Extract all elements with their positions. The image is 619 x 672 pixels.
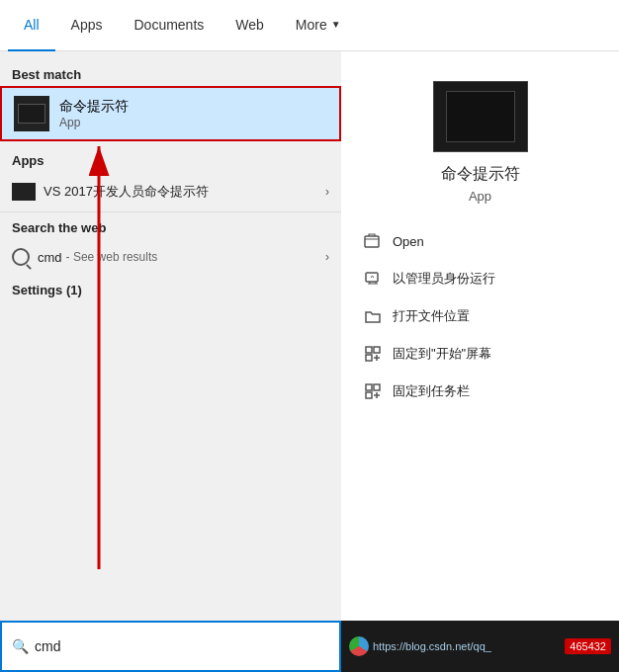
action-folder[interactable]: 打开文件位置	[357, 298, 603, 334]
svg-rect-7	[366, 392, 372, 398]
admin-icon	[363, 269, 383, 289]
right-app-icon	[433, 81, 528, 152]
svg-rect-5	[366, 384, 372, 390]
right-app-name: 命令提示符	[357, 164, 603, 185]
search-web-label: Search the web	[0, 211, 341, 239]
cmd-icon	[14, 96, 49, 131]
tab-web[interactable]: Web	[220, 0, 280, 51]
web-search-icon	[12, 248, 30, 266]
admin-label: 以管理员身份运行	[393, 270, 495, 288]
cmd-icon-inner	[18, 104, 45, 124]
svg-rect-6	[374, 384, 380, 390]
browser-icon	[349, 636, 369, 656]
folder-label: 打开文件位置	[393, 307, 470, 325]
pin-start-icon	[363, 344, 383, 364]
search-icon: 🔍	[12, 638, 29, 654]
action-pin-start[interactable]: 固定到"开始"屏幕	[357, 336, 603, 372]
web-search-keyword: cmd	[38, 250, 62, 265]
search-input[interactable]	[35, 638, 329, 654]
pin-taskbar-icon	[363, 381, 383, 401]
taskbar-url: https://blog.csdn.net/qq_	[373, 640, 491, 652]
tab-more[interactable]: More ▼	[280, 0, 357, 51]
web-search-item[interactable]: cmd - See web results ›	[0, 239, 341, 275]
web-search-sub: - See web results	[66, 250, 158, 264]
best-match-type: App	[59, 116, 129, 129]
open-label: Open	[393, 234, 424, 249]
tab-all[interactable]: All	[8, 0, 55, 51]
best-match-label: Best match	[0, 59, 341, 86]
chevron-down-icon: ▼	[331, 19, 341, 30]
svg-rect-0	[365, 236, 379, 247]
bottom-bar: 🔍 https://blog.csdn.net/qq_ 465432	[0, 621, 619, 672]
apps-label: Apps	[0, 145, 341, 172]
action-pin-taskbar[interactable]: 固定到任务栏	[357, 374, 603, 409]
vs-cmd-icon	[12, 183, 36, 201]
open-icon	[363, 231, 383, 251]
cmd-preview-icon	[446, 91, 515, 142]
chevron-right-icon: ›	[325, 185, 329, 199]
tab-apps[interactable]: Apps	[55, 0, 119, 51]
svg-rect-4	[366, 355, 372, 361]
search-bar[interactable]: 🔍	[0, 621, 341, 672]
right-app-type: App	[357, 189, 603, 204]
action-list: Open 以管理员身份运行 打开文件位置	[357, 223, 603, 409]
pin-taskbar-label: 固定到任务栏	[393, 382, 470, 400]
best-match-info: 命令提示符 App	[59, 98, 129, 129]
web-chevron-icon: ›	[325, 250, 329, 264]
top-navigation: All Apps Documents Web More ▼	[0, 0, 619, 51]
settings-label: Settings (1)	[0, 275, 341, 301]
svg-rect-2	[366, 347, 372, 353]
action-open[interactable]: Open	[357, 223, 603, 259]
vs-cmd-label: VS 2017开发人员命令提示符	[44, 183, 325, 201]
list-item[interactable]: VS 2017开发人员命令提示符 ›	[0, 172, 341, 211]
taskbar-badge: 465432	[565, 638, 611, 654]
main-content: Best match 命令提示符 App Apps VS 2017开发人员命令提…	[0, 51, 619, 621]
left-panel: Best match 命令提示符 App Apps VS 2017开发人员命令提…	[0, 51, 341, 621]
pin-start-label: 固定到"开始"屏幕	[393, 345, 491, 363]
best-match-item[interactable]: 命令提示符 App	[0, 86, 341, 141]
tab-documents[interactable]: Documents	[118, 0, 220, 51]
best-match-name: 命令提示符	[59, 98, 129, 116]
taskbar-right: https://blog.csdn.net/qq_ 465432	[341, 621, 619, 672]
svg-rect-3	[374, 347, 380, 353]
folder-icon	[363, 306, 383, 326]
action-admin[interactable]: 以管理员身份运行	[357, 261, 603, 296]
right-panel: 命令提示符 App Open	[341, 51, 619, 621]
